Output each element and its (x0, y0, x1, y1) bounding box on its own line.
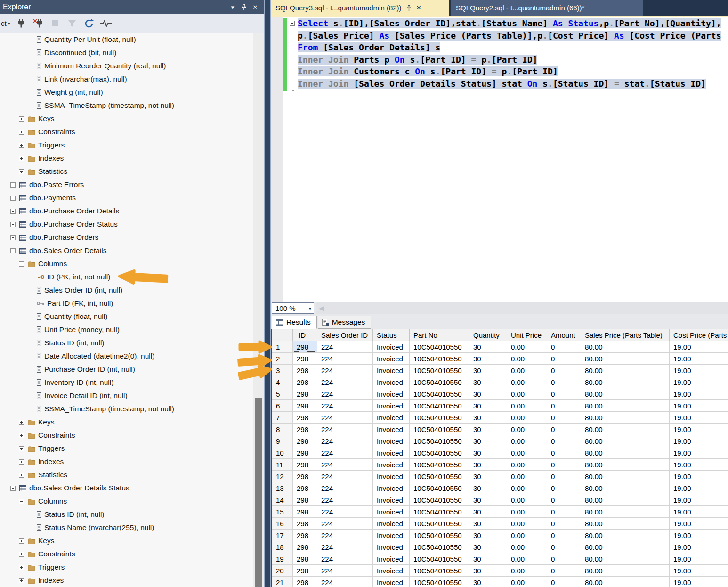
filter-icon[interactable] (66, 17, 78, 30)
refresh-icon[interactable] (83, 17, 95, 30)
grid-cell[interactable]: 10C504010550 (410, 341, 469, 353)
grid-cell[interactable]: 0 (547, 553, 581, 565)
connect-plug-icon[interactable] (15, 17, 27, 30)
grid-cell[interactable]: Invoiced (373, 553, 410, 565)
grid-cell[interactable]: 19.00 (670, 506, 728, 518)
grid-cell[interactable]: 19.00 (670, 424, 728, 435)
tree-expander-plus[interactable] (19, 578, 24, 583)
grid-cell[interactable]: 298 (293, 341, 317, 353)
grid-cell[interactable]: Invoiced (373, 376, 410, 388)
grid-cell[interactable]: 80.00 (581, 424, 670, 435)
editor-horizontal-scrollbar[interactable]: ◀ (316, 302, 728, 314)
grid-cell[interactable]: 30 (469, 424, 507, 435)
grid-cell[interactable]: 0 (547, 541, 581, 553)
grid-cell[interactable]: 298 (293, 365, 317, 376)
tree-item[interactable]: Triggers (0, 442, 253, 455)
grid-cell[interactable]: 0.00 (507, 365, 547, 376)
connect-dropdown[interactable]: ct▾ (1, 19, 10, 27)
grid-cell[interactable]: 224 (317, 541, 373, 553)
grid-cell[interactable]: 0.00 (507, 471, 547, 482)
grid-cell[interactable]: 298 (293, 424, 317, 435)
grid-cell[interactable]: 80.00 (581, 365, 670, 376)
grid-cell[interactable]: 0.00 (507, 412, 547, 424)
grid-cell[interactable]: 298 (293, 435, 317, 447)
grid-cell[interactable]: 0 (547, 400, 581, 412)
grid-cell[interactable]: Invoiced (373, 459, 410, 471)
tree-item[interactable]: Triggers (0, 561, 253, 574)
grid-cell[interactable]: Invoiced (373, 577, 410, 587)
grid-cell[interactable]: 224 (317, 447, 373, 459)
tree-item[interactable]: Columns (0, 495, 253, 508)
tab-sqlquery2[interactable]: SQLQuery2.sql - t...quantumadmin (66))* (451, 0, 643, 16)
tree-expander-minus[interactable] (19, 261, 24, 267)
grid-cell[interactable]: 224 (317, 424, 373, 435)
tree-item[interactable]: Minimum Reorder Quantity (real, null) (0, 59, 253, 73)
grid-cell[interactable]: 298 (293, 506, 317, 518)
grid-corner-cell[interactable] (272, 329, 293, 341)
tree-item[interactable]: dbo.Sales Order Details Status (0, 481, 253, 495)
code-line[interactable]: Inner Join [Sales Order Details Status] … (298, 78, 721, 90)
grid-cell[interactable]: 10C504010550 (410, 577, 469, 587)
grid-column-header[interactable]: Quantity (469, 329, 507, 341)
grid-cell[interactable]: 19.00 (670, 541, 728, 553)
grid-cell[interactable]: 80.00 (581, 341, 670, 353)
tree-expander-plus[interactable] (19, 552, 24, 557)
tree-expander-plus[interactable] (19, 116, 24, 122)
grid-cell[interactable]: 10C504010550 (410, 376, 469, 388)
grid-cell[interactable]: 224 (317, 553, 373, 565)
tree-scrollbar-thumb[interactable] (255, 398, 262, 587)
grid-cell[interactable]: Invoiced (373, 412, 410, 424)
code-line[interactable]: Inner Join Parts p On s.[Part ID] = p.[P… (298, 54, 721, 66)
tree-expander-plus[interactable] (10, 196, 16, 201)
stop-icon[interactable] (49, 17, 61, 30)
activity-monitor-icon[interactable] (100, 17, 112, 30)
grid-row-number[interactable]: 2 (272, 353, 293, 365)
grid-row-number[interactable]: 1 (272, 341, 293, 353)
grid-cell[interactable]: 30 (469, 435, 507, 447)
grid-cell[interactable]: 224 (317, 376, 373, 388)
grid-cell[interactable]: 80.00 (581, 412, 670, 424)
code-line[interactable]: Select s.[ID],[Sales Order ID],stat.[Sta… (298, 17, 721, 30)
grid-cell[interactable]: 30 (469, 365, 507, 376)
grid-cell[interactable]: 10C504010550 (410, 506, 469, 518)
grid-cell[interactable]: 0 (547, 518, 581, 530)
tree-item[interactable]: Sales Order ID (int, null) (0, 284, 253, 297)
grid-cell[interactable]: 0.00 (507, 541, 547, 553)
tree-item[interactable]: Status Name (nvarchar(255), null) (0, 521, 253, 534)
zoom-level-dropdown[interactable]: 100 % ▾ (272, 302, 314, 314)
tree-expander-plus[interactable] (19, 473, 24, 478)
grid-cell[interactable]: Invoiced (373, 530, 410, 541)
close-icon[interactable]: ✕ (250, 2, 261, 12)
grid-cell[interactable]: 0.00 (507, 482, 547, 494)
grid-cell[interactable]: Invoiced (373, 341, 410, 353)
grid-row-number[interactable]: 6 (272, 400, 293, 412)
tree-expander-plus[interactable] (19, 143, 24, 148)
grid-cell[interactable]: 298 (293, 400, 317, 412)
grid-cell[interactable]: 0 (547, 471, 581, 482)
grid-cell[interactable]: 0.00 (507, 530, 547, 541)
grid-cell[interactable]: 30 (469, 447, 507, 459)
grid-cell[interactable]: 298 (293, 541, 317, 553)
grid-row-number[interactable]: 13 (272, 482, 293, 494)
grid-cell[interactable]: 10C504010550 (410, 565, 469, 577)
grid-cell[interactable]: 80.00 (581, 518, 670, 530)
grid-cell[interactable]: 10C504010550 (410, 353, 469, 365)
tree-item[interactable]: Unit Price (money, null) (0, 323, 253, 336)
tree-item[interactable]: Keys (0, 112, 253, 125)
grid-cell[interactable]: 298 (293, 553, 317, 565)
grid-cell[interactable]: 0.00 (507, 424, 547, 435)
grid-cell[interactable]: 224 (317, 577, 373, 587)
grid-cell[interactable]: Invoiced (373, 400, 410, 412)
grid-cell[interactable]: 80.00 (581, 577, 670, 587)
grid-cell[interactable]: 30 (469, 376, 507, 388)
grid-cell[interactable]: 19.00 (670, 412, 728, 424)
grid-cell[interactable]: 0.00 (507, 553, 547, 565)
grid-cell[interactable]: 10C504010550 (410, 459, 469, 471)
grid-cell[interactable]: 19.00 (670, 400, 728, 412)
grid-cell[interactable]: 19.00 (670, 365, 728, 376)
grid-cell[interactable]: 80.00 (581, 506, 670, 518)
grid-cell[interactable]: 224 (317, 353, 373, 365)
grid-cell[interactable]: 0.00 (507, 459, 547, 471)
grid-cell[interactable]: 19.00 (670, 435, 728, 447)
grid-cell[interactable]: 30 (469, 506, 507, 518)
